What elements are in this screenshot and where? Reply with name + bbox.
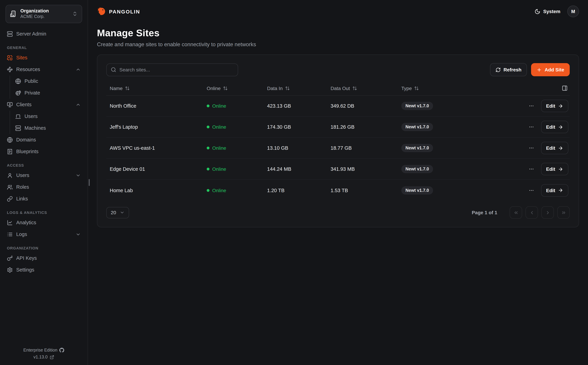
moon-icon xyxy=(534,8,540,14)
status-badge: Online xyxy=(207,166,267,172)
avatar[interactable]: M xyxy=(567,6,579,17)
data-in: 13.10 GB xyxy=(267,145,331,151)
sidebar-item-blueprints[interactable]: Blueprints xyxy=(0,146,88,157)
key-icon xyxy=(7,255,13,261)
sort-icon[interactable] xyxy=(414,86,419,91)
chevrons-up-down-icon xyxy=(72,11,78,17)
row-menu-icon[interactable] xyxy=(527,165,535,173)
edit-button[interactable]: Edit xyxy=(541,142,568,154)
globe-icon xyxy=(7,137,13,143)
sidebar-item-roles[interactable]: Roles xyxy=(0,181,88,193)
external-link-icon[interactable] xyxy=(50,355,54,359)
sidebar-item-api-keys[interactable]: API Keys xyxy=(0,252,88,264)
github-icon[interactable] xyxy=(60,348,64,353)
sidebar-scrollbar[interactable] xyxy=(89,179,90,186)
last-page-button[interactable] xyxy=(557,206,570,219)
add-site-button[interactable]: Add Site xyxy=(531,63,570,76)
col-header-online[interactable]: Online xyxy=(207,85,267,91)
search-input[interactable] xyxy=(119,67,234,72)
sort-icon[interactable] xyxy=(285,86,290,91)
data-in: 174.30 GB xyxy=(267,124,331,130)
receipt-icon xyxy=(7,148,13,154)
table-header-row: Name Online Data In Data Out xyxy=(106,82,570,96)
site-name: Home Lab xyxy=(106,188,207,193)
sidebar-item-domains[interactable]: Domains xyxy=(0,134,88,145)
gear-icon xyxy=(7,267,13,273)
row-menu-icon[interactable] xyxy=(527,144,535,152)
org-selector[interactable]: Organization ACME Corp. xyxy=(6,5,82,23)
type-badge: Newt v1.7.0 xyxy=(401,102,433,110)
arrow-right-icon xyxy=(558,167,563,172)
edit-button[interactable]: Edit xyxy=(541,163,568,175)
sidebar-item-private[interactable]: Private xyxy=(10,87,88,98)
status-badge: Online xyxy=(207,103,267,109)
online-dot-icon xyxy=(207,105,210,107)
sidebar-item-settings[interactable]: Settings xyxy=(0,264,88,275)
columns-toggle-icon[interactable] xyxy=(562,85,568,91)
chevron-up-icon[interactable] xyxy=(76,102,81,107)
list-icon xyxy=(7,231,13,237)
online-dot-icon xyxy=(207,189,210,192)
sidebar-item-logs[interactable]: Logs xyxy=(0,229,88,240)
sidebar-item-client-users[interactable]: Users xyxy=(10,111,88,122)
sidebar-item-sites[interactable]: Sites xyxy=(0,52,88,63)
site-name: Jeff's Laptop xyxy=(106,124,207,130)
section-general: GENERAL xyxy=(0,40,88,52)
sidebar-item-server-admin[interactable]: Server Admin xyxy=(0,28,88,40)
plus-icon xyxy=(537,67,542,72)
type-badge: Newt v1.7.0 xyxy=(401,186,433,194)
users-icon xyxy=(7,184,13,190)
prev-page-button[interactable] xyxy=(525,206,538,219)
building-icon xyxy=(10,11,17,17)
data-out: 18.77 GB xyxy=(331,145,401,151)
page-title: Manage Sites xyxy=(97,28,579,39)
sidebar-item-resources[interactable]: Resources xyxy=(0,64,88,75)
brand-logo[interactable]: PANGOLIN xyxy=(97,7,140,16)
type-badge: Newt v1.7.0 xyxy=(401,144,433,152)
laptop-icon xyxy=(15,113,21,119)
col-header-data-in[interactable]: Data In xyxy=(267,85,331,91)
card-toolbar: Refresh Add Site xyxy=(97,55,579,82)
edit-button[interactable]: Edit xyxy=(541,100,568,112)
type-badge: Newt v1.7.0 xyxy=(401,123,433,131)
search-box xyxy=(106,63,238,76)
version-label: v1.13.0 xyxy=(34,355,48,359)
sort-icon[interactable] xyxy=(125,86,130,91)
row-menu-icon[interactable] xyxy=(527,102,535,110)
sidebar-item-clients[interactable]: Clients xyxy=(0,99,88,110)
refresh-button[interactable]: Refresh xyxy=(490,63,527,76)
chevron-down-icon[interactable] xyxy=(76,173,81,178)
col-header-type[interactable]: Type xyxy=(401,85,518,91)
table-row: Edge Device 01 Online 144.24 MB 341.93 M… xyxy=(106,159,570,180)
sidebar-item-users[interactable]: Users xyxy=(0,169,88,181)
chevron-up-icon[interactable] xyxy=(76,67,81,72)
topbar: PANGOLIN System M xyxy=(88,0,588,23)
server-icon xyxy=(7,31,13,37)
sidebar-item-machines[interactable]: Machines xyxy=(10,122,88,134)
page-subtitle: Create and manage sites to enable connec… xyxy=(97,41,579,48)
sidebar-item-links[interactable]: Links xyxy=(0,193,88,204)
theme-toggle[interactable]: System xyxy=(534,8,560,14)
data-in: 423.13 GB xyxy=(267,103,331,109)
server-icon xyxy=(15,125,21,131)
site-name: AWS VPC us-east-1 xyxy=(106,145,207,151)
page-size-select[interactable]: 20 xyxy=(106,207,129,218)
chevron-down-icon[interactable] xyxy=(76,232,81,237)
sidebar-item-analytics[interactable]: Analytics xyxy=(0,217,88,228)
first-page-button[interactable] xyxy=(510,206,522,219)
section-logs-analytics: LOGS & ANALYTICS xyxy=(0,205,88,217)
edit-button[interactable]: Edit xyxy=(541,121,568,133)
sidebar: Organization ACME Corp. Server Admin GEN… xyxy=(0,0,88,365)
card-footer: 20 Page 1 of 1 xyxy=(97,201,579,227)
row-menu-icon[interactable] xyxy=(527,186,535,194)
sort-icon[interactable] xyxy=(352,86,357,91)
data-out: 349.62 DB xyxy=(331,103,401,109)
sort-icon[interactable] xyxy=(223,86,228,91)
row-menu-icon[interactable] xyxy=(527,123,535,131)
pangolin-logo-icon xyxy=(97,7,106,16)
col-header-data-out[interactable]: Data Out xyxy=(331,85,401,91)
sidebar-item-public[interactable]: Public xyxy=(10,75,88,87)
next-page-button[interactable] xyxy=(541,206,554,219)
edit-button[interactable]: Edit xyxy=(541,184,568,197)
col-header-name[interactable]: Name xyxy=(106,85,207,91)
